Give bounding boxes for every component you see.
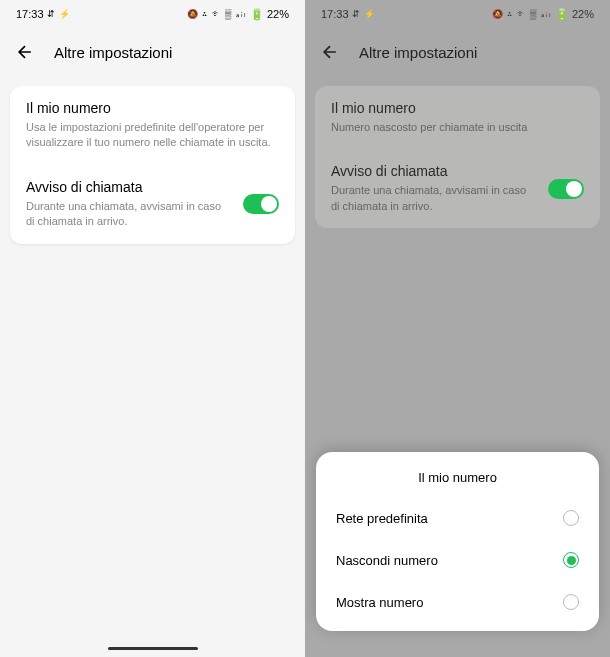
setting-my-number[interactable]: Il mio numero Numero nascosto per chiama…: [315, 86, 600, 149]
bottom-sheet: Il mio numero Rete predefinita Nascondi …: [316, 452, 599, 631]
option-show-number[interactable]: Mostra numero: [316, 581, 599, 623]
battery-icon: 🔋: [555, 8, 569, 21]
call-waiting-toggle[interactable]: [243, 194, 279, 214]
setting-title: Il mio numero: [331, 100, 584, 116]
radio-unchecked-icon: [563, 510, 579, 526]
status-bar: 17:33 ⇵ ⚡ 🔕 ⁂ ᯤ ▒ ₐᵢₗ 🔋 22%: [305, 0, 610, 28]
back-button[interactable]: [14, 41, 36, 63]
status-left-icons: ⇵ ⚡: [352, 9, 377, 19]
battery-icon: 🔋: [250, 8, 264, 21]
content-area: Il mio numero Usa le impostazioni predef…: [0, 76, 305, 657]
sheet-title: Il mio numero: [316, 470, 599, 485]
setting-call-waiting[interactable]: Avviso di chiamata Durante una chiamata,…: [315, 149, 600, 228]
back-button[interactable]: [319, 41, 341, 63]
home-indicator[interactable]: [108, 647, 198, 650]
setting-title: Il mio numero: [26, 100, 279, 116]
option-label: Nascondi numero: [336, 553, 438, 568]
option-label: Mostra numero: [336, 595, 423, 610]
status-right-icons: 🔕 ⁂ ᯤ ▒ ₐᵢₗ: [187, 9, 247, 19]
page-title: Altre impostazioni: [54, 44, 172, 61]
option-hide-number[interactable]: Nascondi numero: [316, 539, 599, 581]
screen-right: 17:33 ⇵ ⚡ 🔕 ⁂ ᯤ ▒ ₐᵢₗ 🔋 22% Altre impost…: [305, 0, 610, 657]
setting-desc: Durante una chiamata, avvisami in caso d…: [26, 199, 231, 230]
settings-card: Il mio numero Numero nascosto per chiama…: [315, 86, 600, 228]
setting-desc: Numero nascosto per chiamate in uscita: [331, 120, 584, 135]
call-waiting-toggle[interactable]: [548, 179, 584, 199]
status-time: 17:33: [321, 8, 349, 20]
radio-checked-icon: [563, 552, 579, 568]
option-network-default[interactable]: Rete predefinita: [316, 497, 599, 539]
status-battery: 22%: [267, 8, 289, 20]
status-battery: 22%: [572, 8, 594, 20]
header: Altre impostazioni: [0, 28, 305, 76]
status-left-icons: ⇵ ⚡: [47, 9, 72, 19]
setting-call-waiting[interactable]: Avviso di chiamata Durante una chiamata,…: [10, 165, 295, 244]
setting-my-number[interactable]: Il mio numero Usa le impostazioni predef…: [10, 86, 295, 165]
toggle-knob: [566, 181, 582, 197]
setting-title: Avviso di chiamata: [26, 179, 231, 195]
status-time: 17:33: [16, 8, 44, 20]
toggle-knob: [261, 196, 277, 212]
status-bar: 17:33 ⇵ ⚡ 🔕 ⁂ ᯤ ▒ ₐᵢₗ 🔋 22%: [0, 0, 305, 28]
setting-desc: Durante una chiamata, avvisami in caso d…: [331, 183, 536, 214]
screen-left: 17:33 ⇵ ⚡ 🔕 ⁂ ᯤ ▒ ₐᵢₗ 🔋 22% Altre impost…: [0, 0, 305, 657]
setting-desc: Usa le impostazioni predefinite dell'ope…: [26, 120, 279, 151]
radio-unchecked-icon: [563, 594, 579, 610]
setting-title: Avviso di chiamata: [331, 163, 536, 179]
header: Altre impostazioni: [305, 28, 610, 76]
page-title: Altre impostazioni: [359, 44, 477, 61]
settings-card: Il mio numero Usa le impostazioni predef…: [10, 86, 295, 244]
status-right-icons: 🔕 ⁂ ᯤ ▒ ₐᵢₗ: [492, 9, 552, 19]
option-label: Rete predefinita: [336, 511, 428, 526]
